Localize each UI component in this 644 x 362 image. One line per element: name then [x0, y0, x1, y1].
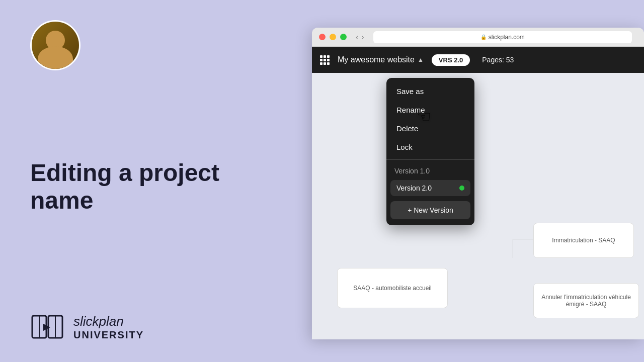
avatar	[30, 20, 80, 70]
traffic-light-green[interactable]	[340, 34, 347, 40]
menu-item-lock[interactable]: Lock	[386, 138, 474, 156]
logo-area: slickplan UNIVERSITY	[30, 313, 282, 342]
card-saaq-text: SAAQ - automobiliste accueil	[353, 285, 431, 292]
app-header: My awesome website ▲ VRS 2.0 Pages: 53	[312, 47, 644, 73]
logo-name: slickplan	[73, 314, 144, 329]
menu-item-rename[interactable]: Rename	[386, 101, 474, 119]
browser-titlebar: ‹ › 🔒 slickplan.com	[312, 28, 644, 47]
address-bar[interactable]: 🔒 slickplan.com	[373, 31, 632, 43]
logo-university: UNIVERSITY	[73, 329, 144, 341]
connector-line-v	[513, 239, 513, 258]
new-version-button[interactable]: + New Version	[390, 201, 470, 219]
project-name-button[interactable]: My awesome website ▲	[338, 55, 424, 64]
logo-icon	[30, 313, 64, 342]
version-1-row[interactable]: Version 1.0	[386, 163, 474, 179]
traffic-light-red[interactable]	[319, 34, 326, 40]
project-name-text: My awesome website	[338, 55, 415, 64]
version-badge[interactable]: VRS 2.0	[432, 54, 470, 66]
canvas-card-saaq[interactable]: SAAQ - automobiliste accueil	[337, 268, 448, 308]
avatar-image	[32, 22, 79, 69]
canvas-card-annuler[interactable]: Annuler l'immatriculation véhicule émigr…	[533, 283, 639, 318]
back-arrow[interactable]: ‹	[356, 33, 358, 42]
connector-line	[513, 239, 533, 239]
browser-window: ‹ › 🔒 slickplan.com My awesome website ▲…	[312, 28, 644, 339]
url-text: slickplan.com	[489, 34, 525, 41]
page-heading: Editing a project name	[30, 159, 282, 214]
card-immat-text: Immatriculation - SAAQ	[552, 237, 615, 244]
canvas-card-immat[interactable]: Immatriculation - SAAQ	[533, 223, 634, 258]
version-2-label: Version 2.0	[396, 184, 432, 192]
app-content: Save as Rename Delete Lock Version 1.0 V…	[312, 73, 644, 339]
forward-arrow[interactable]: ›	[361, 33, 364, 42]
ssl-lock-icon: 🔒	[480, 34, 487, 40]
active-version-dot	[459, 186, 464, 191]
logo-text: slickplan UNIVERSITY	[73, 314, 144, 341]
nav-arrows: ‹ ›	[356, 33, 364, 42]
menu-item-delete[interactable]: Delete	[386, 119, 474, 138]
dropdown-menu: Save as Rename Delete Lock Version 1.0 V…	[386, 78, 474, 225]
version-2-row[interactable]: Version 2.0	[390, 180, 470, 196]
pages-info: Pages: 53	[482, 56, 514, 64]
project-chevron-icon: ▲	[418, 56, 424, 63]
grid-menu-icon[interactable]	[320, 55, 330, 65]
traffic-light-yellow[interactable]	[330, 34, 336, 40]
card-annuler-text: Annuler l'immatriculation véhicule émigr…	[540, 294, 632, 308]
menu-item-save-as[interactable]: Save as	[386, 82, 474, 101]
menu-divider	[386, 159, 474, 160]
left-panel: Editing a project name slickplan UNIVERS…	[0, 0, 312, 362]
